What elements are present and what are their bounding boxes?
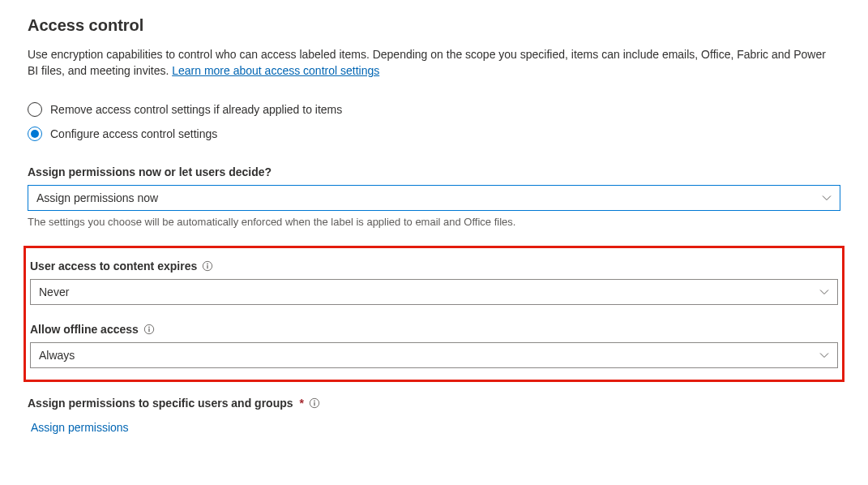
intro-copy: Use encryption capabilities to control w… <box>28 48 826 77</box>
svg-rect-2 <box>207 265 208 268</box>
radio-icon <box>28 102 42 117</box>
expires-field: User access to content expires Never <box>29 260 839 305</box>
expires-value: Never <box>39 285 69 298</box>
offline-label-text: Allow offline access <box>30 323 139 336</box>
required-marker: * <box>300 397 304 410</box>
offline-select[interactable]: Always <box>30 342 838 368</box>
expires-select[interactable]: Never <box>30 279 838 305</box>
assign-permissions-link[interactable]: Assign permissions <box>28 421 840 434</box>
radio-icon <box>28 127 42 141</box>
radio-configure-label: Configure access control settings <box>50 127 217 140</box>
chevron-down-icon <box>819 287 829 297</box>
chevron-down-icon <box>819 350 829 360</box>
expires-label: User access to content expires <box>30 260 838 273</box>
assign-mode-helper: The settings you choose will be automati… <box>28 216 840 228</box>
info-icon[interactable] <box>202 260 213 272</box>
highlight-box: User access to content expires Never All… <box>24 246 844 382</box>
offline-value: Always <box>39 349 75 362</box>
expires-label-text: User access to content expires <box>30 260 197 273</box>
svg-point-4 <box>148 326 150 328</box>
svg-rect-5 <box>148 328 149 332</box>
assign-mode-value: Assign permissions now <box>36 191 158 204</box>
info-icon[interactable] <box>143 324 155 335</box>
assign-specific-label-text: Assign permissions to specific users and… <box>28 397 293 410</box>
info-icon[interactable] <box>309 397 320 409</box>
page-title: Access control <box>28 16 840 35</box>
svg-point-1 <box>207 263 208 264</box>
radio-configure-settings[interactable]: Configure access control settings <box>28 127 840 141</box>
svg-rect-8 <box>314 402 314 406</box>
assign-specific-section: Assign permissions to specific users and… <box>28 397 840 434</box>
offline-field: Allow offline access Always <box>29 323 839 368</box>
assign-specific-label: Assign permissions to specific users and… <box>28 397 840 410</box>
intro-text: Use encryption capabilities to control w… <box>28 46 838 79</box>
learn-more-link[interactable]: Learn more about access control settings <box>172 64 379 77</box>
radio-remove-label: Remove access control settings if alread… <box>50 103 342 116</box>
assign-mode-section: Assign permissions now or let users deci… <box>28 165 840 228</box>
assign-mode-label: Assign permissions now or let users deci… <box>28 165 840 178</box>
radio-remove-settings[interactable]: Remove access control settings if alread… <box>28 102 840 117</box>
access-control-radio-group: Remove access control settings if alread… <box>28 102 840 141</box>
chevron-down-icon <box>822 193 832 203</box>
offline-label: Allow offline access <box>30 323 838 336</box>
svg-point-7 <box>314 400 315 401</box>
assign-mode-select[interactable]: Assign permissions now <box>28 185 840 211</box>
